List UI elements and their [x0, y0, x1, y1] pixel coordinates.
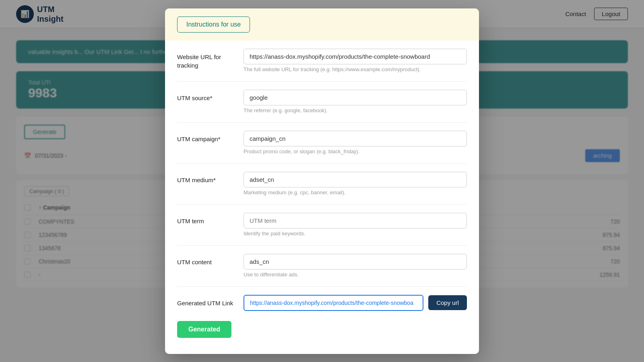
utm-campaign-field-wrap: Product promo code, or slogan (e.g. blac…	[244, 131, 467, 154]
modal-body: Website URL for tracking The full websit…	[165, 45, 479, 342]
utm-term-row: UTM term Identify the paid keywords.	[177, 213, 467, 237]
utm-medium-field-wrap: Marketing medium (e.g. cpc, banner, emai…	[244, 172, 467, 195]
utm-content-row: UTM content Use to differentiate ads.	[177, 254, 467, 278]
utm-content-hint: Use to differentiate ads.	[244, 272, 467, 278]
utm-term-field-wrap: Identify the paid keywords.	[244, 213, 467, 237]
utm-source-input[interactable]	[244, 90, 467, 105]
divider-1	[177, 81, 467, 82]
utm-campaign-row: UTM campaign* Product promo code, or slo…	[177, 131, 467, 154]
utm-campaign-input[interactable]	[244, 131, 467, 146]
generated-utm-input[interactable]	[244, 295, 423, 311]
generated-utm-row: Generated UTM Link Copy url	[177, 295, 467, 311]
utm-content-field-wrap: Use to differentiate ads.	[244, 254, 467, 278]
generated-submit-button[interactable]: Generated	[177, 321, 231, 338]
generated-utm-field-wrap: Copy url	[244, 295, 467, 311]
utm-source-field-wrap: The referrer (e.g. google, facebook).	[244, 90, 467, 113]
utm-content-label: UTM content	[177, 254, 235, 266]
utm-term-hint: Identify the paid keywords.	[244, 230, 467, 237]
utm-source-hint: The referrer (e.g. google, facebook).	[244, 107, 467, 113]
website-url-input[interactable]	[244, 49, 467, 64]
generated-utm-label: Generated UTM Link	[177, 295, 235, 307]
utm-generator-modal: Instructions for use Website URL for tra…	[165, 8, 479, 354]
website-url-field-wrap: The full website URL for tracking (e.g. …	[244, 49, 467, 72]
divider-3	[177, 163, 467, 164]
utm-campaign-label: UTM campaign*	[177, 131, 235, 143]
website-url-hint: The full website URL for tracking (e.g. …	[244, 66, 467, 72]
utm-content-input[interactable]	[244, 254, 467, 269]
utm-term-input[interactable]	[244, 213, 467, 228]
modal-overlay: Instructions for use Website URL for tra…	[0, 0, 644, 362]
utm-term-label: UTM term	[177, 213, 235, 225]
utm-medium-label: UTM medium*	[177, 172, 235, 184]
utm-medium-hint: Marketing medium (e.g. cpc, banner, emai…	[244, 189, 467, 195]
divider-6	[177, 286, 467, 287]
copy-url-button[interactable]: Copy url	[428, 295, 467, 310]
utm-medium-input[interactable]	[244, 172, 467, 187]
utm-medium-row: UTM medium* Marketing medium (e.g. cpc, …	[177, 172, 467, 195]
website-url-label: Website URL for tracking	[177, 49, 235, 70]
divider-5	[177, 245, 467, 246]
instructions-bar: Instructions for use	[165, 8, 479, 41]
utm-campaign-hint: Product promo code, or slogan (e.g. blac…	[244, 148, 467, 154]
divider-2	[177, 122, 467, 123]
divider-4	[177, 204, 467, 205]
utm-source-row: UTM source* The referrer (e.g. google, f…	[177, 90, 467, 113]
website-url-row: Website URL for tracking The full websit…	[177, 49, 467, 72]
instructions-button[interactable]: Instructions for use	[177, 16, 250, 33]
utm-source-label: UTM source*	[177, 90, 235, 102]
